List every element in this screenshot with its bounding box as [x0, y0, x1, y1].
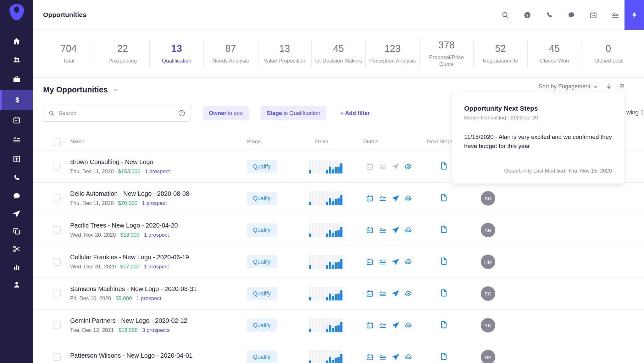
- calendar-icon[interactable]: [589, 11, 597, 19]
- sidebar-item-tasks[interactable]: [0, 129, 33, 150]
- tasks-icon[interactable]: [379, 226, 387, 234]
- sidebar-item-reports[interactable]: [0, 257, 33, 277]
- calendar-icon[interactable]: [366, 226, 374, 234]
- sidebar-item-templates[interactable]: [0, 221, 33, 241]
- table-row[interactable]: Pacific Trees - New Logo - 2020-04-20 We…: [33, 214, 644, 246]
- opportunity-name[interactable]: Cellular Frankies - New Logo - 2020-06-1…: [70, 254, 246, 261]
- sidebar-item-calendar[interactable]: [0, 110, 33, 130]
- column-header-email[interactable]: Email: [314, 139, 328, 145]
- opportunity-name[interactable]: Pacific Trees - New Logo - 2020-04-20: [70, 222, 246, 229]
- send-icon[interactable]: [391, 258, 400, 266]
- send-icon[interactable]: [391, 162, 400, 171]
- owner-avatar[interactable]: SR: [481, 191, 495, 206]
- quick-action-button[interactable]: [625, 0, 644, 30]
- search-icon[interactable]: [501, 11, 509, 19]
- sidebar-item-calls[interactable]: [0, 168, 33, 188]
- calendar-icon[interactable]: [366, 258, 374, 266]
- tasks-icon[interactable]: [379, 353, 387, 361]
- row-checkbox[interactable]: [53, 195, 61, 202]
- select-all-checkbox[interactable]: [53, 139, 61, 146]
- prospects-link[interactable]: 1 prospect: [144, 264, 169, 270]
- next-steps-note[interactable]: [439, 352, 448, 362]
- list-title-dropdown[interactable]: My Opportunities: [43, 85, 119, 94]
- stat-proposal-price-quote[interactable]: 378Proposal/Price Quote: [419, 37, 473, 70]
- prospects-link[interactable]: 1 prospect: [145, 168, 170, 175]
- stat-qualification[interactable]: 13Qualification: [149, 41, 203, 67]
- stat-closed-won[interactable]: 45Closed Won: [527, 41, 581, 67]
- filter-chip-owner[interactable]: Owneris you: [203, 106, 249, 120]
- row-checkbox[interactable]: [53, 258, 61, 266]
- stat-needs-analysis[interactable]: 87Needs Analysis: [203, 41, 258, 67]
- tasks-icon[interactable]: [379, 258, 387, 266]
- sort-direction-arrow-icon[interactable]: [605, 83, 613, 90]
- opportunity-name[interactable]: Gemini Partners - New Logo - 2020-02-12: [70, 317, 246, 324]
- cloud-icon[interactable]: [404, 353, 413, 361]
- column-header-name[interactable]: Name: [70, 139, 84, 145]
- table-row[interactable]: Cellular Frankies - New Logo - 2020-06-1…: [33, 246, 644, 278]
- cloud-icon[interactable]: [404, 321, 413, 329]
- prospects-link[interactable]: 1 prospect: [136, 295, 161, 302]
- next-steps-note[interactable]: [439, 225, 448, 235]
- sidebar-item-opportunities[interactable]: [0, 90, 33, 110]
- stage-badge[interactable]: Qualify: [247, 255, 277, 268]
- sidebar-item-sequences[interactable]: [0, 204, 33, 224]
- cloud-icon[interactable]: [404, 289, 413, 298]
- row-checkbox[interactable]: [53, 322, 61, 329]
- sort-by-label[interactable]: Sort by Engagement: [539, 83, 590, 90]
- stage-badge[interactable]: Qualify: [247, 319, 277, 332]
- stat-negotiation[interactable]: 52Negotiation/Re: [473, 41, 527, 67]
- sidebar-item-chat[interactable]: [0, 186, 33, 206]
- chat-icon[interactable]: [567, 11, 575, 19]
- row-checkbox[interactable]: [53, 290, 61, 298]
- owner-avatar[interactable]: NP: [481, 350, 495, 363]
- row-checkbox[interactable]: [53, 163, 61, 171]
- calendar-icon[interactable]: [366, 289, 374, 298]
- stat-id-decision-makers[interactable]: 45Id. Decision Makers: [311, 41, 365, 67]
- owner-avatar[interactable]: YK: [481, 318, 495, 333]
- prospects-link[interactable]: 1 prospect: [144, 232, 169, 238]
- calendar-icon[interactable]: [366, 353, 374, 361]
- owner-avatar[interactable]: AR: [481, 223, 495, 237]
- owner-avatar[interactable]: HM: [481, 255, 495, 269]
- help-icon[interactable]: [523, 11, 531, 19]
- search-input[interactable]: [58, 110, 178, 117]
- send-icon[interactable]: [391, 289, 400, 298]
- stage-badge[interactable]: Qualify: [247, 192, 277, 205]
- stat-total[interactable]: 704Total: [42, 41, 96, 67]
- column-header-stage[interactable]: Stage: [247, 139, 261, 145]
- next-steps-note[interactable]: [439, 193, 448, 204]
- stat-perception-analysis[interactable]: 123Perception Analysis: [365, 41, 419, 67]
- table-row[interactable]: Samsons Machines - New Logo - 2020-08-31…: [33, 278, 644, 310]
- opportunity-name[interactable]: Brown Consulting - New Logo: [70, 158, 246, 166]
- column-header-next-steps[interactable]: Next Steps: [427, 139, 453, 145]
- opportunity-name[interactable]: Dello Automation - New Logo - 2020-08-08: [70, 190, 246, 197]
- stage-badge[interactable]: Qualify: [247, 287, 277, 300]
- cloud-icon[interactable]: [404, 194, 413, 202]
- table-row[interactable]: Patterson Wilsons - New Logo - 2020-04-0…: [33, 341, 644, 363]
- opportunity-name[interactable]: Patterson Wilsons - New Logo - 2020-04-0…: [70, 352, 246, 359]
- sidebar-item-people[interactable]: [0, 50, 33, 70]
- tasks-icon[interactable]: [379, 194, 387, 202]
- stage-badge[interactable]: Qualify: [247, 350, 277, 363]
- stage-badge[interactable]: Qualify: [247, 223, 277, 237]
- column-header-status[interactable]: Status: [363, 139, 378, 145]
- send-icon[interactable]: [391, 194, 400, 202]
- sidebar-item-outbox[interactable]: [0, 149, 33, 169]
- stage-badge[interactable]: Qualify: [247, 160, 277, 173]
- row-checkbox[interactable]: [53, 353, 61, 361]
- sidebar-item-home[interactable]: [0, 31, 33, 52]
- next-steps-note[interactable]: [439, 320, 448, 331]
- stat-prospecting[interactable]: 22Prospecting: [96, 41, 150, 67]
- next-steps-note[interactable]: [439, 289, 448, 299]
- prospects-link[interactable]: 3 prospects: [142, 327, 170, 333]
- cloud-icon[interactable]: [404, 258, 413, 266]
- sidebar-item-profile[interactable]: [0, 275, 33, 295]
- send-icon[interactable]: [391, 321, 400, 329]
- phone-icon[interactable]: [545, 11, 553, 19]
- opportunity-name[interactable]: Samsons Machines - New Logo - 2020-08-31: [70, 285, 246, 293]
- add-filter-button[interactable]: + Add filter: [340, 110, 370, 117]
- cloud-icon[interactable]: [404, 226, 413, 234]
- refresh-label-partial[interactable]: R: [620, 83, 624, 90]
- next-steps-note[interactable]: [439, 257, 448, 267]
- sidebar-item-accounts[interactable]: [0, 69, 33, 89]
